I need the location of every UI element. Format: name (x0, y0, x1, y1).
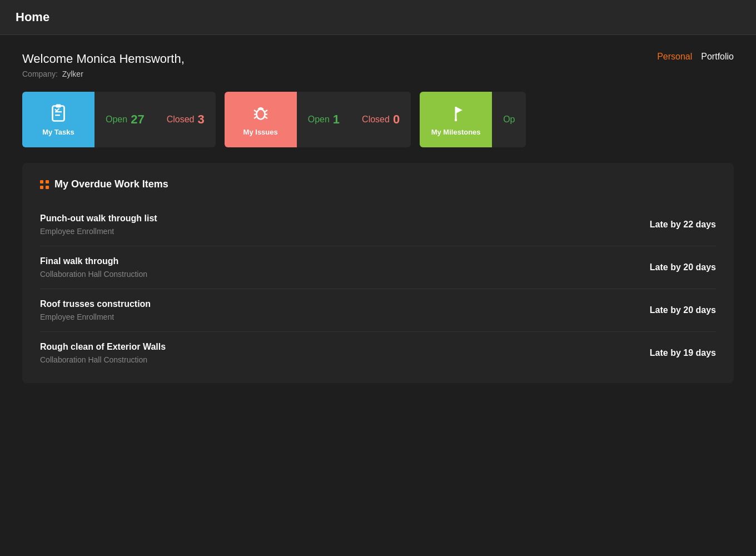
work-item-late: Late by 20 days (650, 305, 716, 315)
tasks-open-label: Open (106, 115, 127, 125)
work-item-name: Final walk through (40, 256, 147, 266)
company-row: Company: Zylker (22, 70, 734, 78)
overdue-panel: My Overdue Work Items Punch-out walk thr… (22, 163, 734, 383)
work-item-left: Roof trusses construction Employee Enrol… (40, 299, 151, 321)
main-content: Welcome Monica Hemsworth, Personal Portf… (0, 35, 756, 400)
tasks-icon (48, 103, 68, 123)
portfolio-view-button[interactable]: Portfolio (701, 52, 734, 62)
overdue-panel-header: My Overdue Work Items (40, 178, 716, 190)
work-item-name: Roof trusses construction (40, 299, 151, 309)
my-issues-card[interactable]: My Issues Open 1 Closed 0 (225, 92, 411, 147)
my-milestones-card[interactable]: My Milestones Op (420, 92, 526, 147)
tasks-label: My Tasks (42, 128, 74, 136)
svg-line-9 (254, 117, 257, 118)
personal-view-button[interactable]: Personal (657, 52, 692, 62)
work-item[interactable]: Punch-out walk through list Employee Enr… (40, 203, 716, 246)
issues-icon-box: My Issues (225, 92, 297, 147)
top-header: Home (0, 0, 756, 35)
work-item-late: Late by 19 days (650, 348, 716, 358)
cards-row: My Tasks Open 27 Closed 3 (22, 92, 734, 147)
work-item-left: Rough clean of Exterior Walls Collaborat… (40, 342, 166, 364)
milestones-open-stat: Op (492, 115, 526, 125)
my-tasks-card[interactable]: My Tasks Open 27 Closed 3 (22, 92, 216, 147)
welcome-text: Welcome Monica Hemsworth, (22, 52, 185, 66)
work-item-late: Late by 20 days (650, 262, 716, 272)
overdue-panel-title: My Overdue Work Items (54, 178, 168, 190)
work-item-project: Collaboration Hall Construction (40, 270, 147, 279)
tasks-closed-label: Closed (167, 115, 195, 125)
work-item-left: Final walk through Collaboration Hall Co… (40, 256, 147, 279)
milestones-stats: Op (492, 92, 526, 147)
issues-open-label: Open (308, 115, 330, 125)
svg-line-5 (254, 110, 257, 112)
work-item-late: Late by 22 days (650, 220, 716, 230)
tasks-open-count: 27 (131, 112, 144, 127)
grid-dots-icon (40, 180, 49, 189)
issues-stats: Open 1 Closed 0 (297, 92, 411, 147)
work-item-name: Rough clean of Exterior Walls (40, 342, 166, 352)
company-name: Zylker (62, 70, 83, 78)
welcome-row: Welcome Monica Hemsworth, Personal Portf… (22, 52, 734, 66)
work-item[interactable]: Rough clean of Exterior Walls Collaborat… (40, 332, 716, 374)
work-item-project: Employee Enrollment (40, 312, 151, 321)
milestones-icon (446, 103, 466, 123)
issues-closed-count: 0 (393, 112, 400, 127)
work-item-name: Punch-out walk through list (40, 214, 157, 224)
tasks-closed-stat: Closed 3 (156, 112, 216, 127)
work-item-project: Collaboration Hall Construction (40, 355, 166, 364)
milestones-label: My Milestones (431, 128, 481, 136)
svg-line-10 (265, 117, 267, 118)
svg-rect-0 (53, 106, 64, 121)
issues-icon (251, 103, 271, 123)
svg-line-6 (265, 110, 267, 112)
svg-point-13 (455, 118, 457, 121)
tasks-open-stat: Open 27 (94, 112, 156, 127)
issues-label: My Issues (243, 128, 278, 136)
issues-closed-label: Closed (362, 115, 390, 125)
view-switcher: Personal Portfolio (657, 52, 734, 62)
work-item[interactable]: Final walk through Collaboration Hall Co… (40, 246, 716, 289)
tasks-closed-count: 3 (197, 112, 204, 127)
work-item-left: Punch-out walk through list Employee Enr… (40, 214, 157, 236)
company-label: Company: (22, 70, 58, 78)
work-item[interactable]: Roof trusses construction Employee Enrol… (40, 289, 716, 332)
svg-rect-1 (56, 104, 61, 107)
issues-closed-stat: Closed 0 (351, 112, 411, 127)
work-item-project: Employee Enrollment (40, 227, 157, 236)
svg-point-4 (256, 109, 265, 119)
page-title: Home (16, 10, 740, 24)
svg-marker-12 (456, 107, 462, 113)
tasks-stats: Open 27 Closed 3 (94, 92, 216, 147)
milestones-icon-box: My Milestones (420, 92, 492, 147)
issues-open-count: 1 (333, 112, 340, 127)
tasks-icon-box: My Tasks (22, 92, 94, 147)
milestones-open-label: Op (503, 115, 515, 125)
issues-open-stat: Open 1 (297, 112, 351, 127)
